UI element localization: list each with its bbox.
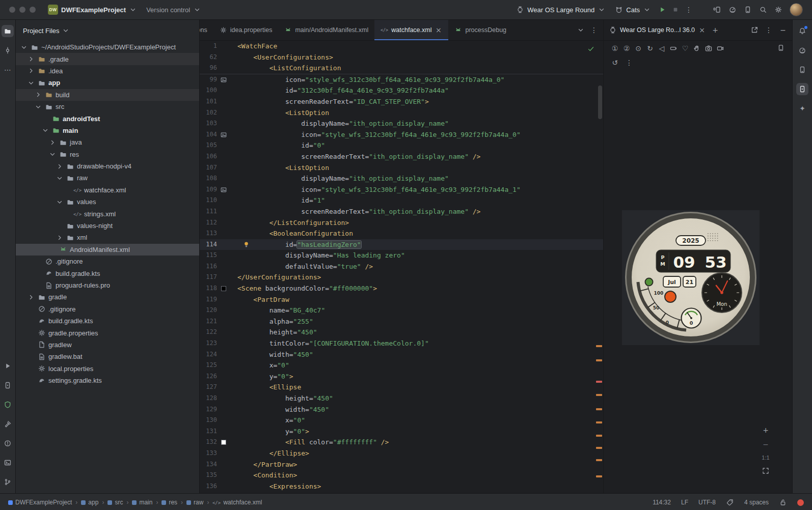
chevron-down-icon[interactable] (56, 198, 64, 206)
analysis-mark[interactable] (596, 475, 602, 477)
line-separator[interactable]: LF (681, 499, 688, 506)
code-line-108[interactable]: 108 displayName="ith_option_display_name… (200, 173, 603, 184)
device-tab[interactable]: Wear OS Large Ro...l 36.0 × (609, 26, 706, 34)
chevron-right-icon[interactable] (56, 234, 64, 242)
zoom-out-icon[interactable]: − (762, 440, 770, 448)
code-line-1[interactable]: 1<WatchFace (200, 41, 603, 52)
analysis-mark[interactable] (596, 435, 602, 437)
analysis-mark[interactable] (596, 421, 602, 423)
more-vert-icon[interactable]: ⋮ (625, 59, 633, 67)
tree-item-main[interactable]: main (16, 125, 199, 136)
profiler-icon[interactable] (728, 6, 737, 14)
notifications-icon[interactable] (796, 25, 808, 37)
tree-item-gradle-properties[interactable]: gradle.properties (16, 327, 199, 338)
close-tab-icon[interactable]: × (435, 26, 442, 34)
camera-icon[interactable] (705, 44, 713, 52)
chevron-down-icon[interactable] (20, 43, 28, 51)
tree-item-java[interactable]: java (16, 136, 199, 148)
tree-item-res[interactable]: res (16, 149, 199, 160)
code-line-120[interactable]: 120 name="BG_40c7" (200, 305, 603, 316)
project-icon[interactable] (2, 25, 14, 37)
terminal-icon[interactable] (2, 457, 14, 469)
chevron-right-icon[interactable] (27, 293, 35, 301)
open-in-window-icon[interactable] (750, 26, 759, 34)
tab-options-icon[interactable]: ⋮ (590, 26, 598, 34)
run-button[interactable] (656, 4, 668, 16)
code-line-135[interactable]: 135 <Condition> (200, 470, 603, 481)
maximize-window-button[interactable] (30, 7, 36, 13)
video-icon[interactable] (716, 44, 724, 52)
tree-item-androidtest[interactable]: androidTest (16, 112, 199, 124)
run-icon[interactable] (2, 360, 14, 372)
tree-item-watchface-xml[interactable]: </>watchface.xml (16, 184, 199, 196)
code-line-136[interactable]: 136 <Expressions> (200, 481, 603, 492)
code-line-127[interactable]: 127 <Ellipse (200, 382, 603, 393)
analysis-mark[interactable] (596, 447, 602, 449)
zoom-in-icon[interactable]: + (762, 426, 770, 434)
window-controls[interactable] (5, 7, 43, 13)
tab-main-androidmanifest-xml[interactable]: main/AndroidManifest.xml (278, 20, 374, 40)
tag-icon[interactable] (726, 498, 734, 506)
add-device-tab-icon[interactable]: + (711, 26, 719, 34)
code-line-118[interactable]: 118<Scene backgroundColor="#ff000000"> (200, 283, 603, 294)
palm-icon[interactable] (693, 44, 701, 52)
code-line-96[interactable]: 96 <ListConfiguration (200, 63, 603, 74)
breadcrumb-item[interactable]: app (81, 499, 98, 506)
heart-icon[interactable]: ♡ (681, 44, 689, 52)
tree-item-xml[interactable]: xml (16, 232, 199, 243)
code-line-107[interactable]: 107 <ListOption (200, 162, 603, 174)
tree-item-local-properties[interactable]: local.properties (16, 363, 199, 375)
code-line-100[interactable]: 100 id="312c30bf_f64a_461e_9c93_992f2fb7… (200, 85, 603, 96)
code-line-101[interactable]: 101 screenReaderText="ID_CAT_STEP_OVER"> (200, 96, 603, 107)
tree-item-build[interactable]: build (16, 89, 199, 101)
code-line-109[interactable]: 109 icon="style_wfs_312c30bf_f64a_461e_9… (200, 184, 603, 195)
run-config-selector[interactable]: Cats (611, 4, 655, 16)
tree-item-src[interactable]: src (16, 101, 199, 112)
chevron-down-icon[interactable] (41, 126, 49, 134)
tab-moptions[interactable]: moptions (200, 20, 213, 40)
tree-item-values[interactable]: values (16, 196, 199, 208)
button-one-icon[interactable]: ① (611, 44, 619, 52)
indent-setting[interactable]: 4 spaces (744, 499, 769, 506)
device-selector[interactable]: Wear OS Large Round (512, 4, 610, 16)
reset-view-icon[interactable]: ↺ (611, 59, 619, 67)
code-line-132[interactable]: 132 <Fill color="#ffffffff" /> (200, 437, 603, 448)
chevron-right-icon[interactable] (27, 55, 35, 63)
chevron-down-icon[interactable] (27, 79, 35, 87)
code-line-126[interactable]: 126 y="0"> (200, 371, 603, 382)
code-line-123[interactable]: 123 tintColor="[CONFIGURATION.themeColor… (200, 338, 603, 349)
tree-item-androidmanifest-xml[interactable]: AndroidManifest.xml (16, 244, 199, 256)
code-line-113[interactable]: 113 <BooleanConfiguration (200, 228, 603, 239)
analysis-mark[interactable] (596, 381, 602, 383)
tree-item-raw[interactable]: raw (16, 172, 199, 184)
code-line-134[interactable]: 134 </PartDraw> (200, 459, 603, 470)
app-quality-icon[interactable] (2, 399, 14, 411)
rotate-icon[interactable]: ↻ (646, 44, 654, 52)
commit-icon[interactable] (2, 44, 14, 56)
device-manager-icon[interactable] (744, 6, 752, 14)
tree-item-proguard-rules-pro[interactable]: proguard-rules.pro (16, 279, 199, 291)
code-line-124[interactable]: 124 width="450" (200, 349, 603, 360)
tree-item-app[interactable]: app (16, 77, 199, 89)
button-two-icon[interactable]: ② (622, 44, 631, 52)
settings-icon[interactable] (774, 6, 782, 14)
search-icon[interactable] (759, 6, 767, 14)
analysis-mark[interactable] (596, 394, 602, 396)
profiler-icon[interactable] (796, 44, 808, 56)
device-mirroring-icon[interactable] (713, 6, 721, 14)
hide-panel-icon[interactable]: − (779, 26, 787, 34)
tree-item-values-night[interactable]: values-night (16, 220, 199, 232)
problems-icon[interactable] (2, 437, 14, 449)
chevron-right-icon[interactable] (48, 138, 57, 147)
code-line-131[interactable]: 131 y="0"> (200, 426, 603, 437)
tree-item--androidstudioprojects-dwfexampleproject[interactable]: ~/AndroidStudioProjects/DWFExampleProjec… (16, 41, 199, 53)
chevron-right-icon[interactable] (27, 67, 35, 75)
running-devices-icon[interactable] (2, 379, 14, 391)
color-preview-swatch[interactable] (221, 440, 226, 445)
chevron-right-icon[interactable] (56, 162, 64, 171)
code-line-115[interactable]: 115 displayName="Has leading zero" (200, 250, 603, 261)
breadcrumb-item[interactable]: </>watchface.xml (212, 498, 262, 506)
hidden-tabs-chevron-icon[interactable] (577, 26, 585, 34)
more-run-actions-button[interactable]: ⋮ (683, 4, 695, 16)
tree-item-gradlew[interactable]: gradlew (16, 339, 199, 351)
